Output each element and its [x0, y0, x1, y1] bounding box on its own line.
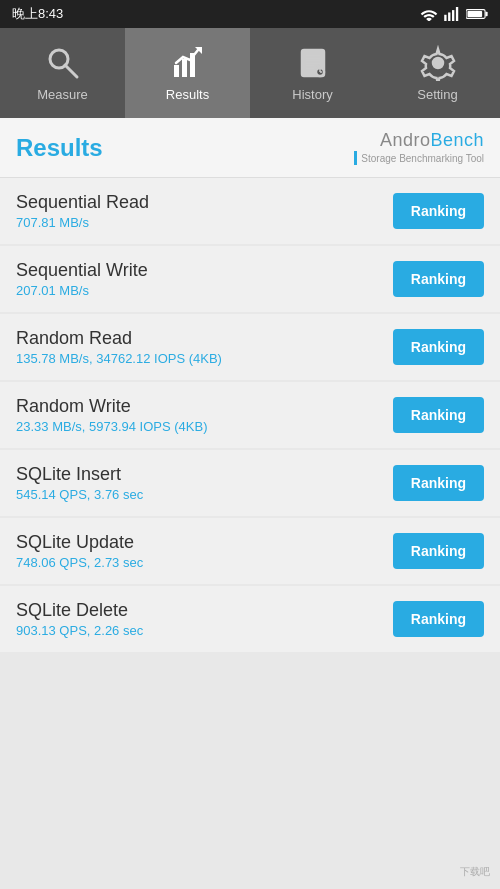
brand-bench: Bench — [430, 130, 484, 150]
status-icons — [420, 7, 488, 21]
result-info: Sequential Read 707.81 MB/s — [16, 192, 393, 230]
watermark: 下载吧 — [460, 865, 490, 879]
brand-andro: Andro — [380, 130, 431, 150]
nav-item-history[interactable]: History — [250, 28, 375, 118]
result-name: SQLite Insert — [16, 464, 393, 485]
nav-label-results: Results — [166, 87, 209, 102]
svg-rect-1 — [448, 12, 450, 21]
svg-rect-10 — [182, 59, 187, 77]
svg-rect-5 — [485, 12, 487, 16]
nav-item-measure[interactable]: Measure — [0, 28, 125, 118]
result-value: 903.13 QPS, 2.26 sec — [16, 623, 393, 638]
watermark-text: 下载吧 — [460, 866, 490, 877]
brand-name: AndroBench — [380, 130, 484, 151]
nav-label-measure: Measure — [37, 87, 88, 102]
svg-rect-2 — [452, 10, 454, 21]
nav-item-setting[interactable]: Setting — [375, 28, 500, 118]
page-header: Results AndroBench Storage Benchmarking … — [0, 118, 500, 178]
measure-icon — [45, 45, 81, 81]
result-info: Random Read 135.78 MB/s, 34762.12 IOPS (… — [16, 328, 393, 366]
result-item: Random Read 135.78 MB/s, 34762.12 IOPS (… — [0, 314, 500, 380]
result-value: 545.14 QPS, 3.76 sec — [16, 487, 393, 502]
result-item: SQLite Delete 903.13 QPS, 2.26 sec Ranki… — [0, 586, 500, 652]
result-item: SQLite Insert 545.14 QPS, 3.76 sec Ranki… — [0, 450, 500, 516]
result-name: SQLite Update — [16, 532, 393, 553]
result-value: 748.06 QPS, 2.73 sec — [16, 555, 393, 570]
nav-label-setting: Setting — [417, 87, 457, 102]
page-title: Results — [16, 134, 103, 162]
svg-rect-9 — [174, 65, 179, 77]
ranking-button-4[interactable]: Ranking — [393, 465, 484, 501]
svg-rect-3 — [456, 7, 458, 21]
svg-rect-0 — [444, 15, 446, 21]
ranking-button-3[interactable]: Ranking — [393, 397, 484, 433]
status-bar: 晚上8:43 — [0, 0, 500, 28]
wifi-icon — [420, 7, 438, 21]
ranking-button-5[interactable]: Ranking — [393, 533, 484, 569]
result-value: 707.81 MB/s — [16, 215, 393, 230]
result-item: Sequential Read 707.81 MB/s Ranking — [0, 178, 500, 244]
nav-bar: Measure Results — [0, 28, 500, 118]
result-item: Random Write 23.33 MB/s, 5973.94 IOPS (4… — [0, 382, 500, 448]
ranking-button-2[interactable]: Ranking — [393, 329, 484, 365]
result-value: 135.78 MB/s, 34762.12 IOPS (4KB) — [16, 351, 393, 366]
signal-icon — [444, 7, 460, 21]
battery-icon — [466, 8, 488, 20]
result-name: Random Read — [16, 328, 393, 349]
results-list: Sequential Read 707.81 MB/s Ranking Sequ… — [0, 178, 500, 652]
result-info: Sequential Write 207.01 MB/s — [16, 260, 393, 298]
result-item: SQLite Update 748.06 QPS, 2.73 sec Ranki… — [0, 518, 500, 584]
result-info: Random Write 23.33 MB/s, 5973.94 IOPS (4… — [16, 396, 393, 434]
status-time: 晚上8:43 — [12, 5, 63, 23]
history-icon — [295, 45, 331, 81]
nav-label-history: History — [292, 87, 332, 102]
ranking-button-0[interactable]: Ranking — [393, 193, 484, 229]
result-name: Sequential Read — [16, 192, 393, 213]
results-icon — [170, 45, 206, 81]
setting-icon — [420, 45, 456, 81]
result-name: SQLite Delete — [16, 600, 393, 621]
brand-tagline: Storage Benchmarking Tool — [354, 151, 484, 165]
ranking-button-1[interactable]: Ranking — [393, 261, 484, 297]
nav-item-results[interactable]: Results — [125, 28, 250, 118]
svg-rect-6 — [467, 11, 482, 17]
brand-logo: AndroBench Storage Benchmarking Tool — [354, 130, 484, 165]
brand-bar-accent — [354, 151, 357, 165]
result-item: Sequential Write 207.01 MB/s Ranking — [0, 246, 500, 312]
result-name: Random Write — [16, 396, 393, 417]
svg-line-8 — [65, 65, 77, 77]
result-info: SQLite Delete 903.13 QPS, 2.26 sec — [16, 600, 393, 638]
result-value: 23.33 MB/s, 5973.94 IOPS (4KB) — [16, 419, 393, 434]
result-value: 207.01 MB/s — [16, 283, 393, 298]
brand-tagline-text: Storage Benchmarking Tool — [361, 153, 484, 164]
result-info: SQLite Update 748.06 QPS, 2.73 sec — [16, 532, 393, 570]
svg-point-20 — [433, 58, 443, 68]
result-info: SQLite Insert 545.14 QPS, 3.76 sec — [16, 464, 393, 502]
ranking-button-6[interactable]: Ranking — [393, 601, 484, 637]
result-name: Sequential Write — [16, 260, 393, 281]
